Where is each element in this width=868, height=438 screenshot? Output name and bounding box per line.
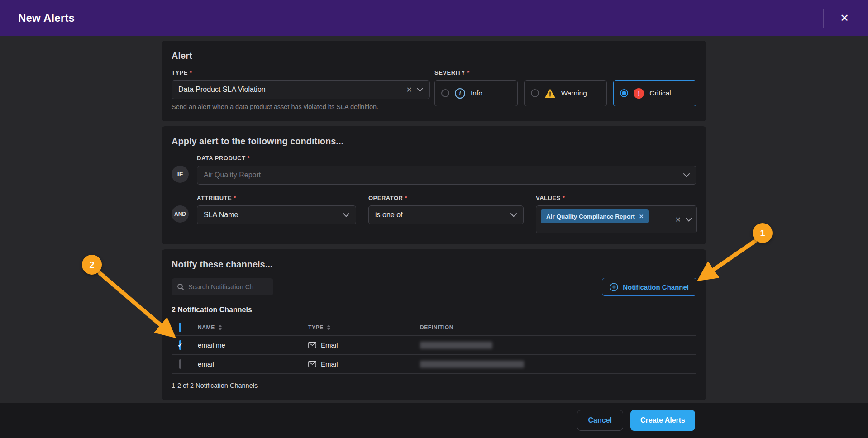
column-header-definition: DEFINITION	[420, 324, 696, 331]
annotation-step-1: 1	[753, 223, 773, 243]
data-product-label: DATA PRODUCT*	[197, 155, 696, 162]
data-product-placeholder: Air Quality Report	[204, 171, 683, 179]
conditions-section-panel: Apply alert to the following conditions.…	[162, 126, 706, 244]
channels-count: 2 Notification Channels	[172, 306, 696, 314]
attribute-select[interactable]: SLA Name	[197, 205, 356, 224]
email-icon	[308, 342, 316, 348]
alert-section-title: Alert	[172, 51, 696, 61]
operator-label: OPERATOR*	[368, 195, 524, 201]
critical-icon: !	[634, 88, 644, 99]
close-icon[interactable]: ✕	[837, 10, 852, 26]
chevron-down-icon[interactable]	[683, 173, 690, 177]
modal-footer: Cancel Create Alerts	[0, 403, 868, 438]
required-marker: *	[234, 195, 236, 201]
severity-option-warning[interactable]: Warning	[524, 80, 607, 106]
clear-icon[interactable]: ✕	[671, 215, 686, 224]
row-checkbox-unchecked[interactable]	[179, 359, 181, 369]
table-row[interactable]: email me Email	[172, 336, 696, 355]
modal-header: New Alerts ✕	[0, 0, 868, 36]
chip-remove-icon[interactable]: ✕	[639, 213, 644, 220]
radio-checked-icon[interactable]	[620, 89, 628, 97]
type-label: TYPE*	[172, 69, 430, 76]
search-input[interactable]	[188, 283, 268, 290]
info-icon: i	[455, 88, 465, 99]
notification-channel-button-label: Notification Channel	[623, 283, 689, 291]
channels-section-title: Notify these channels...	[172, 259, 696, 270]
annotation-step-2: 2	[82, 255, 102, 275]
chevron-down-icon[interactable]	[510, 213, 517, 217]
plus-circle-icon	[610, 283, 618, 291]
alert-type-select[interactable]: Data Product SLA Violation ✕	[172, 80, 430, 99]
channel-type: Email	[321, 341, 338, 349]
alert-type-value: Data Product SLA Violation	[178, 86, 402, 94]
modal-body: Alert TYPE* Data Product SLA Violation ✕…	[162, 36, 706, 400]
severity-option-info[interactable]: i Info	[434, 80, 518, 106]
radio-unchecked-icon[interactable]	[531, 89, 539, 97]
value-chip-label: Air Quality Compliance Report	[546, 213, 635, 220]
operator-value: is one of	[375, 211, 510, 219]
page-title: New Alerts	[18, 12, 823, 24]
channel-name: email	[198, 360, 308, 368]
redacted-definition	[420, 361, 524, 368]
if-badge: IF	[172, 166, 189, 183]
cancel-button[interactable]: Cancel	[577, 410, 623, 431]
sort-icon[interactable]	[218, 325, 222, 330]
column-header-name[interactable]: NAME	[198, 324, 308, 331]
severity-option-critical[interactable]: ! Critical	[613, 80, 696, 106]
select-all-checkbox[interactable]	[179, 323, 181, 332]
required-marker: *	[467, 69, 470, 76]
redacted-definition	[420, 342, 492, 349]
chevron-down-icon[interactable]	[343, 213, 349, 217]
and-badge: AND	[172, 205, 189, 223]
notification-channel-button[interactable]: Notification Channel	[602, 278, 696, 296]
pagination-text: 1-2 of 2 Notification Channels	[172, 382, 696, 389]
required-marker: *	[563, 195, 565, 201]
email-icon	[308, 361, 316, 367]
column-header-type[interactable]: TYPE	[308, 324, 420, 331]
conditions-section-title: Apply alert to the following conditions.…	[172, 136, 696, 147]
attribute-value: SLA Name	[204, 211, 343, 219]
sort-icon[interactable]	[327, 325, 331, 330]
required-marker: *	[248, 155, 250, 162]
annotation-arrow-1	[702, 241, 755, 277]
table-row[interactable]: email Email	[172, 355, 696, 374]
channels-table: NAME TYPE DEFINITION email me	[172, 319, 696, 374]
data-product-select[interactable]: Air Quality Report	[197, 166, 696, 185]
row-checkbox-checked[interactable]	[179, 340, 181, 350]
header-divider	[823, 9, 824, 28]
type-help-text: Send an alert when a data product asset …	[172, 103, 430, 110]
channel-name: email me	[198, 341, 308, 349]
chevron-down-icon[interactable]	[417, 88, 423, 92]
values-multiselect[interactable]: Air Quality Compliance Report ✕ ✕	[536, 205, 697, 233]
required-marker: *	[190, 69, 192, 76]
alert-section-panel: Alert TYPE* Data Product SLA Violation ✕…	[162, 41, 706, 121]
search-icon	[177, 283, 184, 290]
channel-type: Email	[321, 360, 338, 368]
value-chip[interactable]: Air Quality Compliance Report ✕	[541, 209, 649, 223]
values-label: VALUES*	[536, 195, 697, 201]
operator-select[interactable]: is one of	[368, 205, 524, 224]
channels-section-panel: Notify these channels... Notification Ch…	[162, 249, 706, 400]
create-alerts-button[interactable]: Create Alerts	[630, 410, 695, 431]
warning-icon	[544, 88, 556, 98]
severity-label: SEVERITY*	[434, 69, 696, 76]
chevron-down-icon[interactable]	[686, 218, 692, 222]
table-header-row: NAME TYPE DEFINITION	[172, 319, 696, 336]
clear-icon[interactable]: ✕	[402, 86, 417, 94]
required-marker: *	[405, 195, 407, 201]
radio-unchecked-icon[interactable]	[441, 89, 449, 97]
attribute-label: ATTRIBUTE*	[197, 195, 356, 201]
search-box[interactable]	[172, 278, 273, 295]
annotation-arrow-2	[100, 273, 171, 334]
